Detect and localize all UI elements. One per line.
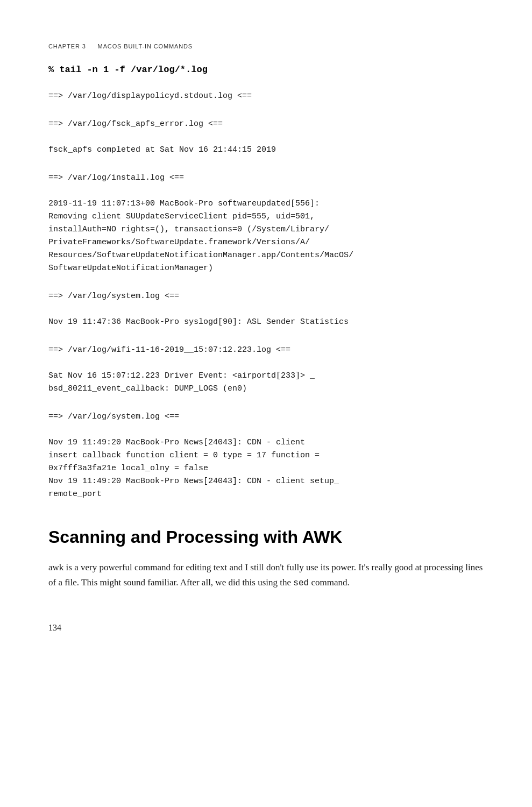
code-block-1: ==> /var/log/displaypolicyd.stdout.log <… [48, 90, 484, 103]
code-block-4: ==> /var/log/system.log <== Nov 19 11:47… [48, 290, 484, 329]
code-separator-3: ==> /var/log/install.log <== [48, 172, 484, 185]
code-block-6: ==> /var/log/system.log <== Nov 19 11:49… [48, 410, 484, 501]
code-block-5: ==> /var/log/wifi-11-16-2019__15:07:12.2… [48, 344, 484, 395]
code-block-3: ==> /var/log/install.log <== 2019-11-19 … [48, 172, 484, 275]
chapter-number: CHAPTER 3 [48, 43, 86, 49]
code-separator-6: ==> /var/log/system.log <== [48, 410, 484, 423]
section-heading: Scanning and Processing with AWK [48, 527, 484, 547]
inline-code-sed: sed [293, 578, 309, 588]
code-output-2: fsck_apfs completed at Sat Nov 16 21:44:… [48, 144, 484, 157]
command-label: % tail -n 1 -f /var/log/*.log [48, 65, 484, 75]
body-text-after: command. [311, 577, 349, 587]
code-separator-5: ==> /var/log/wifi-11-16-2019__15:07:12.2… [48, 344, 484, 357]
code-separator-2: ==> /var/log/fsck_apfs_error.log <== [48, 118, 484, 131]
page-number: 134 [48, 623, 484, 633]
code-separator-1: ==> /var/log/displaypolicyd.stdout.log <… [48, 90, 484, 103]
code-separator-4: ==> /var/log/system.log <== [48, 290, 484, 303]
code-output-4: Nov 19 11:47:36 MacBook-Pro syslogd[90]:… [48, 316, 484, 329]
code-output-6: Nov 19 11:49:20 MacBook-Pro News[24043]:… [48, 436, 484, 501]
chapter-header: CHAPTER 3 MACOS BUILT-IN COMMANDS [48, 43, 484, 49]
code-output-5: Sat Nov 16 15:07:12.223 Driver Event: <a… [48, 370, 484, 395]
body-text-before: awk is a very powerful command for editi… [48, 562, 483, 587]
chapter-title: MACOS BUILT-IN COMMANDS [98, 43, 193, 49]
code-output-3: 2019-11-19 11:07:13+00 MacBook-Pro softw… [48, 197, 484, 275]
code-block-2: ==> /var/log/fsck_apfs_error.log <== fsc… [48, 118, 484, 157]
section-body: awk is a very powerful command for editi… [48, 560, 484, 590]
